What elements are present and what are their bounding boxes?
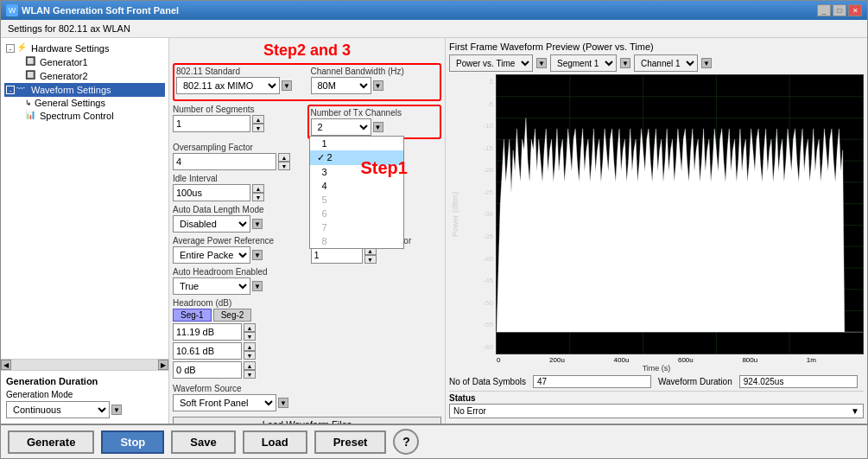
db-up-2[interactable]: ▲ — [244, 342, 256, 351]
expand-waveform[interactable]: - — [6, 86, 15, 94]
idle-up[interactable]: ▲ — [252, 184, 264, 193]
scroll-left[interactable]: ◀ — [1, 360, 11, 370]
generate-button[interactable]: Generate — [8, 430, 94, 454]
oversampling-input[interactable] — [173, 153, 276, 170]
gen-mode-dropdown[interactable]: ▼ — [111, 405, 122, 415]
tree-item-general[interactable]: ↳ General Settings — [4, 97, 165, 109]
save-button[interactable]: Save — [171, 430, 235, 454]
num-segments-input[interactable] — [173, 115, 250, 132]
num-segments-control: ▲ ▼ — [173, 115, 301, 132]
db-spin-3: ▲ ▼ — [244, 361, 256, 379]
idle-interval-input[interactable] — [173, 184, 250, 201]
sample-clock-input[interactable] — [311, 246, 363, 264]
y-label-n40: -40 — [483, 255, 496, 263]
seg1-btn[interactable]: Seg-1 — [173, 309, 212, 322]
view-dropdown-arrow[interactable]: ▼ — [536, 58, 547, 68]
standard-select[interactable]: 802.11 ax MIMO — [176, 77, 280, 94]
title-bar-left: W WLAN Generation Soft Front Panel — [6, 4, 179, 16]
load-waveform-btn[interactable]: Load Waveform Files — [173, 417, 441, 424]
headroom-label: Headroom (dB) — [173, 298, 441, 308]
auto-data-select[interactable]: Disabled — [173, 215, 250, 233]
standard-dropdown-arrow[interactable]: ▼ — [282, 80, 292, 91]
standard-control: 802.11 ax MIMO ▼ — [176, 77, 304, 94]
db-input-2[interactable] — [173, 342, 242, 360]
stop-button[interactable]: Stop — [101, 430, 164, 454]
tree-item-gen2[interactable]: 🔲 Generator2 — [4, 69, 165, 83]
num-tx-dropdown-arrow[interactable]: ▼ — [373, 122, 383, 132]
gen2-icon: 🔲 — [25, 70, 37, 82]
db-row-1: ▲ ▼ — [173, 323, 441, 341]
idle-down[interactable]: ▼ — [252, 193, 264, 201]
close-button[interactable]: ✕ — [848, 4, 862, 16]
tx-option-3[interactable]: 3 — [310, 165, 403, 179]
seg-btn-row: Seg-1 Seg-2 — [173, 309, 441, 322]
num-tx-select[interactable]: 2 — [311, 118, 371, 136]
tx-option-5[interactable]: 5 — [310, 193, 403, 207]
y-label-n45: -45 — [483, 277, 496, 284]
tree-item-spectrum[interactable]: 📊 Spectrum Control — [4, 109, 165, 123]
help-button[interactable]: ? — [393, 429, 419, 455]
auto-headroom-row: Auto Headroom Enabled True ▼ — [173, 267, 441, 298]
tree-item-gen1[interactable]: 🔲 Generator1 — [4, 55, 165, 69]
channel-bw-dropdown-arrow[interactable]: ▼ — [373, 80, 383, 91]
avg-power-field: Average Power Reference Entire Packet ▼ — [173, 236, 304, 264]
db-down-3[interactable]: ▼ — [244, 370, 256, 379]
auto-headroom-select[interactable]: True — [173, 277, 250, 295]
db-input-3[interactable] — [173, 361, 242, 379]
segment-select[interactable]: Segment 1 — [550, 54, 617, 72]
waveform-source-label: Waveform Source — [173, 384, 441, 393]
tx-option-6[interactable]: 6 — [310, 207, 403, 220]
waveform-source-select[interactable]: Soft Front Panel — [173, 394, 276, 411]
window-title: WLAN Generation Soft Front Panel — [22, 5, 179, 16]
tx-option-1[interactable]: 1 — [310, 137, 403, 150]
oversampling-up[interactable]: ▲ — [278, 153, 290, 162]
y-label-n30: -30 — [483, 210, 496, 218]
auto-data-control: Disabled ▼ — [173, 215, 304, 233]
db-down-2[interactable]: ▼ — [244, 351, 256, 360]
db-input-1[interactable] — [173, 323, 242, 341]
avg-power-select[interactable]: Entire Packet — [173, 246, 250, 264]
general-settings-label: General Settings — [35, 98, 105, 108]
waveform-source-arrow[interactable]: ▼ — [278, 398, 288, 408]
segment-dropdown-arrow[interactable]: ▼ — [620, 58, 630, 68]
preset-button[interactable]: Preset — [314, 430, 387, 454]
oversampling-down[interactable]: ▼ — [278, 162, 290, 170]
view-select[interactable]: Power vs. Time — [449, 54, 533, 72]
waveform-svg — [497, 75, 863, 354]
tx-dropdown-list[interactable]: 1 ✓ 2 3 4 5 6 7 8 — [309, 136, 404, 249]
minimize-button[interactable]: _ — [817, 4, 831, 16]
avg-power-arrow[interactable]: ▼ — [252, 250, 263, 260]
num-segments-up[interactable]: ▲ — [252, 115, 264, 124]
content-area: Settings for 802.11 ax WLAN - ⚡ Hardware… — [1, 20, 867, 424]
no-data-symbols-label: No of Data Symbols — [449, 377, 526, 386]
num-segments-down[interactable]: ▼ — [252, 124, 264, 132]
db-up-1[interactable]: ▲ — [244, 323, 256, 332]
gen-mode-row: Continuous ▼ — [6, 401, 163, 418]
avg-power-control: Entire Packet ▼ — [173, 246, 304, 264]
auto-data-arrow[interactable]: ▼ — [252, 219, 263, 229]
channel-dropdown-arrow[interactable]: ▼ — [701, 58, 712, 68]
status-scroll[interactable]: ▼ — [851, 406, 859, 416]
tx-option-7[interactable]: 7 — [310, 220, 403, 234]
scroll-right[interactable]: ▶ — [158, 360, 168, 370]
load-button[interactable]: Load — [243, 430, 307, 454]
expand-hardware[interactable]: - — [6, 44, 15, 53]
gen-mode-select[interactable]: Continuous — [6, 401, 110, 418]
auto-data-field: Auto Data Length Mode Disabled ▼ — [173, 205, 304, 233]
db-up-3[interactable]: ▲ — [244, 361, 256, 370]
tx-option-4[interactable]: 4 — [310, 179, 403, 193]
x-axis-labels: 0 200u 400u 600u 800u 1m — [449, 354, 864, 364]
db-down-1[interactable]: ▼ — [244, 332, 256, 341]
tx-option-2[interactable]: ✓ 2 — [310, 150, 403, 165]
channel-select[interactable]: Channel 1 — [634, 54, 698, 72]
tree-item-waveform[interactable]: - 〰 Waveform Settings — [4, 83, 165, 97]
tx-option-8[interactable]: 8 — [310, 234, 403, 248]
sample-clock-down[interactable]: ▼ — [364, 255, 377, 264]
seg2-btn[interactable]: Seg-2 — [213, 309, 252, 322]
tree-item-hardware[interactable]: - ⚡ Hardware Settings — [4, 41, 165, 55]
title-bar: W WLAN Generation Soft Front Panel _ □ ✕ — [1, 1, 867, 20]
maximize-button[interactable]: □ — [833, 4, 846, 16]
channel-bw-select[interactable]: 80M — [311, 77, 371, 94]
auto-headroom-arrow[interactable]: ▼ — [252, 281, 263, 291]
bottom-bar: Generate Stop Save Load Preset ? — [1, 424, 867, 458]
